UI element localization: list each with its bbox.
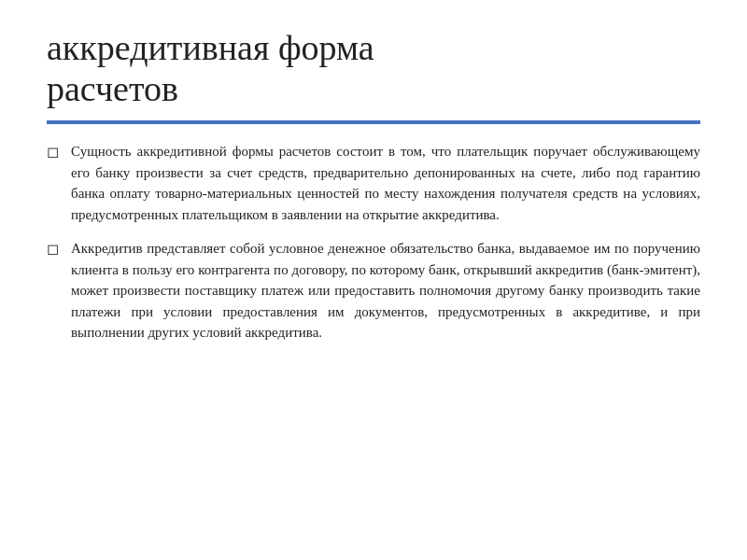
bullet-marker-1: ◻ xyxy=(47,143,63,161)
title-section: аккредитивная форма расчетов xyxy=(47,28,700,109)
blue-divider-bar xyxy=(47,120,700,124)
list-item: ◻ Аккредитив представляет собой условное… xyxy=(47,238,700,343)
bullet-list: ◻ Сущность аккредитивной формы расчетов … xyxy=(47,141,700,343)
slide-container: аккредитивная форма расчетов ◻ Сущность … xyxy=(0,0,747,560)
bullet-text-2: Аккредитив представляет собой условное д… xyxy=(71,238,700,343)
bullet-marker-2: ◻ xyxy=(47,240,63,258)
content-area: ◻ Сущность аккредитивной формы расчетов … xyxy=(47,141,700,532)
list-item: ◻ Сущность аккредитивной формы расчетов … xyxy=(47,141,700,225)
bullet-text-1: Сущность аккредитивной формы расчетов со… xyxy=(71,141,700,225)
slide-title: аккредитивная форма расчетов xyxy=(47,28,700,109)
